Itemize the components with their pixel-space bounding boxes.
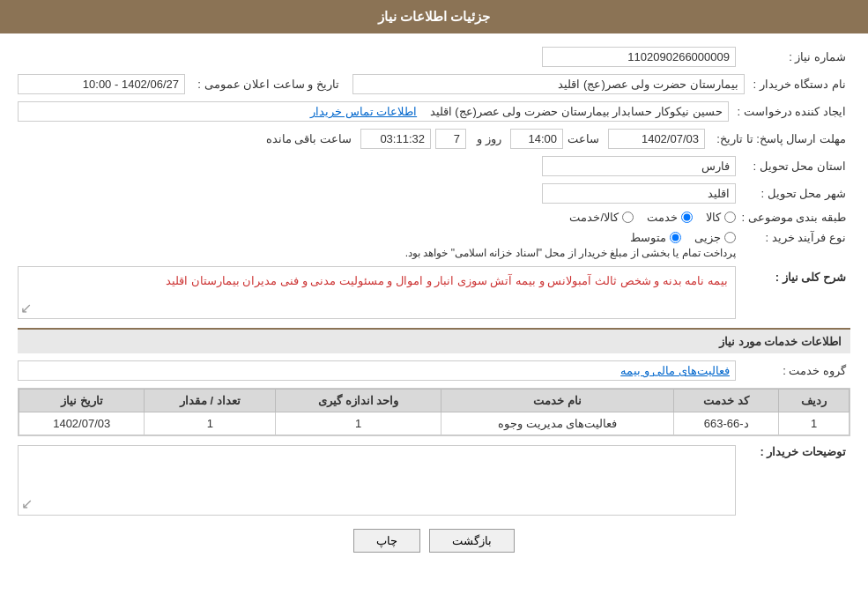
service-group-value: فعالیت‌های مالی و بیمه [18, 360, 736, 381]
col-name: نام خدمت [441, 390, 674, 412]
province-value: فارس [542, 156, 736, 176]
purchase-note: پرداخت تمام یا بخشی از مبلغ خریدار از مح… [18, 247, 736, 259]
purchase-type-row: نوع فرآیند خرید : جزیی متوسط پرداخت تمام… [18, 231, 850, 259]
province-label: استان محل تحویل : [736, 160, 850, 173]
col-quantity: تعداد / مقدار [145, 390, 276, 412]
subject-khedmat-radio[interactable] [681, 212, 693, 223]
province-row: استان محل تحویل : فارس [18, 156, 850, 176]
description-area: بیمه نامه بدنه و شخص ثالث آمبولانس و بیم… [18, 266, 736, 319]
buyer-notes-row: توضیحات خریدار : [18, 445, 850, 516]
service-group-row: گروه خدمت : فعالیت‌های مالی و بیمه [18, 360, 850, 381]
city-value: اقلید [542, 183, 736, 204]
buttons-row: بازگشت چاپ [18, 529, 850, 553]
cell-unit: 1 [276, 412, 441, 435]
creator-label: ایجاد کننده درخواست : [738, 105, 850, 118]
page-wrapper: جزئیات اطلاعات نیاز شماره نیاز : 1102090… [0, 0, 868, 609]
subject-kala-khedmat-item: کالا/خدمت [569, 211, 634, 224]
deadline-time: 14:00 [510, 129, 563, 149]
deadline-date: 1402/07/03 [608, 129, 705, 149]
subject-kala-radio[interactable] [724, 212, 736, 223]
contact-link[interactable]: اطلاعات تماس خریدار [310, 105, 417, 118]
need-number-label: شماره نیاز : [736, 50, 850, 63]
buyer-announce-row: نام دستگاه خریدار : بیمارستان حضرت ولی ع… [18, 74, 850, 94]
city-label: شهر محل تحویل : [736, 187, 850, 200]
buyer-name-value: بیمارستان حضرت ولی عصر(عج) اقلید [352, 74, 745, 94]
creator-value: حسین نیکوکار حسابدار بیمارستان حضرت ولی … [18, 101, 729, 122]
col-radif: ردیف [779, 390, 849, 412]
subject-row: طبقه بندی موضوعی : کالا خدمت کالا/خدمت [18, 211, 850, 224]
subject-kala-label: کالا [706, 211, 721, 224]
content-area: شماره نیاز : 1102090266000009 نام دستگاه… [0, 33, 868, 579]
purchase-jozi-radio[interactable] [724, 232, 736, 243]
col-date: تاریخ نیاز [19, 390, 145, 412]
subject-khedmat-item: خدمت [647, 211, 693, 224]
creator-name: حسین نیکوکار حسابدار بیمارستان حضرت ولی … [430, 105, 723, 118]
purchase-jozi-label: جزیی [694, 231, 721, 244]
deadline-label: مهلت ارسال پاسخ: تا تاریخ: [709, 132, 850, 145]
page-header: جزئیات اطلاعات نیاز [0, 0, 868, 33]
table-header-row: ردیف کد خدمت نام خدمت واحد اندازه گیری ت… [19, 390, 849, 412]
print-button[interactable]: چاپ [353, 529, 420, 553]
cell-quantity: 1 [145, 412, 276, 435]
purchase-jozi-item: جزیی [694, 231, 736, 244]
back-button[interactable]: بازگشت [429, 529, 515, 553]
purchase-type-area: جزیی متوسط پرداخت تمام یا بخشی از مبلغ خ… [18, 231, 736, 259]
cell-name: فعالیت‌های مدیریت وجوه [441, 412, 674, 435]
subject-kala-khedmat-radio[interactable] [622, 212, 634, 223]
table-row: 1 د-66-663 فعالیت‌های مدیریت وجوه 1 1 14… [19, 412, 849, 435]
col-unit: واحد اندازه گیری [276, 390, 441, 412]
page-title: جزئیات اطلاعات نیاز [378, 9, 490, 24]
description-value: بیمه نامه بدنه و شخص ثالث آمبولانس و بیم… [18, 266, 736, 319]
deadline-remaining: 03:11:32 [360, 129, 431, 149]
subject-kala-item: کالا [706, 211, 736, 224]
buyer-notes-content [19, 446, 735, 512]
buyer-notes-label: توضیحات خریدار : [736, 445, 850, 458]
purchase-motevaset-label: متوسط [630, 231, 666, 244]
subject-khedmat-label: خدمت [647, 211, 678, 224]
deadline-time-label: ساعت [568, 132, 604, 145]
deadline-days-label: روز و [471, 132, 506, 145]
buyer-name-label: نام دستگاه خریدار : [753, 78, 850, 91]
need-number-row: شماره نیاز : 1102090266000009 [18, 47, 850, 67]
creator-row: ایجاد کننده درخواست : حسین نیکوکار حسابد… [18, 101, 850, 122]
need-number-value: 1102090266000009 [542, 47, 736, 67]
description-row: شرح کلی نیاز : بیمه نامه بدنه و شخص ثالث… [18, 266, 850, 319]
cell-code: د-66-663 [674, 412, 779, 435]
subject-label: طبقه بندی موضوعی : [736, 211, 850, 224]
purchase-radio-group: جزیی متوسط [18, 231, 736, 244]
purchase-type-label: نوع فرآیند خرید : [736, 231, 850, 244]
service-group-link[interactable]: فعالیت‌های مالی و بیمه [620, 364, 730, 377]
cell-date: 1402/07/03 [19, 412, 145, 435]
city-row: شهر محل تحویل : اقلید [18, 183, 850, 204]
services-section-title: اطلاعات خدمات مورد نیاز [18, 328, 850, 353]
cell-radif: 1 [779, 412, 849, 435]
subject-kala-khedmat-label: کالا/خدمت [569, 211, 619, 224]
purchase-motevaset-item: متوسط [630, 231, 681, 244]
services-table: ردیف کد خدمت نام خدمت واحد اندازه گیری ت… [19, 389, 849, 435]
description-label: شرح کلی نیاز : [736, 266, 850, 284]
col-code: کد خدمت [674, 390, 779, 412]
purchase-motevaset-radio[interactable] [670, 232, 681, 243]
deadline-row: مهلت ارسال پاسخ: تا تاریخ: 1402/07/03 سا… [18, 129, 850, 149]
service-group-label: گروه خدمت : [736, 364, 850, 377]
deadline-remaining-label: ساعت باقی مانده [259, 132, 356, 145]
announce-date-value: 1402/06/27 - 10:00 [18, 74, 185, 94]
deadline-days: 7 [435, 129, 466, 149]
subject-radio-group: کالا خدمت کالا/خدمت [18, 211, 736, 224]
services-table-wrapper: ردیف کد خدمت نام خدمت واحد اندازه گیری ت… [18, 388, 850, 436]
buyer-notes-area [18, 445, 736, 516]
announce-date-label: تاریخ و ساعت اعلان عمومی : [194, 78, 344, 91]
